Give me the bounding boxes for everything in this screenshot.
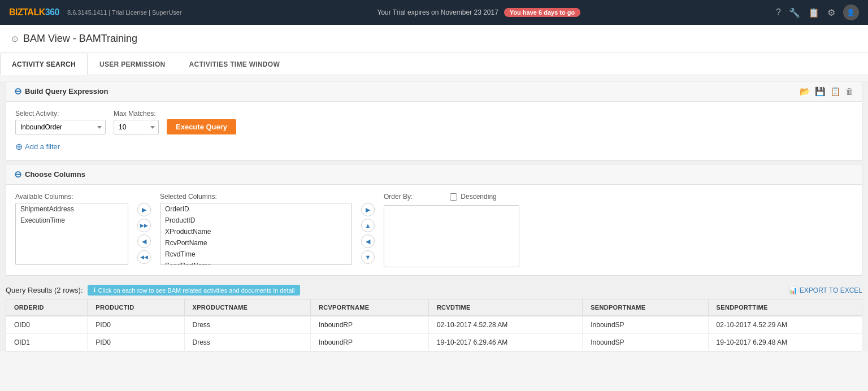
logo-biztalk: BIZTALK [9, 7, 45, 17]
choose-columns-header: ⊖ Choose Columns [6, 164, 862, 185]
version-text: 8.6.3145.1411 [67, 9, 107, 16]
excel-icon: 📊 [789, 286, 797, 294]
save-icon[interactable]: 💾 [815, 86, 826, 97]
selected-columns-section: Selected Columns: OrderID ProductID XPro… [160, 193, 352, 265]
cell-rcvportname: InboundRP [310, 316, 428, 334]
max-matches-dropdown[interactable]: 10 25 50 100 [114, 120, 159, 134]
table-row[interactable]: OID0 PID0 Dress InboundRP 02-10-2017 4.5… [6, 316, 862, 334]
col-header-rcvdtime: RCVDTIME [428, 299, 582, 316]
select-activity-dropdown[interactable]: InboundOrder OutboundOrder ShipmentOrder [15, 120, 106, 134]
content-area: ⊖ Build Query Expression 📂 💾 📋 🗑 Select … [0, 81, 868, 351]
available-columns-list[interactable]: ShipmentAddress ExecutionTime [15, 203, 128, 265]
list-item[interactable]: RcvPortName [160, 237, 351, 249]
page-title-bar: ⊙ BAM View - BAMTraining [0, 25, 868, 53]
move-right-all-button[interactable]: ▶▶ [137, 219, 151, 232]
results-header: Query Results (2 rows): ℹ Click on each … [6, 281, 862, 299]
choose-columns-body: Available Columns: ShipmentAddress Execu… [6, 185, 862, 275]
page-title: BAM View - BAMTraining [23, 33, 137, 45]
list-item[interactable]: ExecutionTime [16, 215, 128, 226]
cell-productid: PID0 [88, 334, 184, 351]
tools-icon[interactable]: 🔧 [789, 7, 800, 18]
cell-orderid: OID0 [6, 316, 88, 334]
choose-columns-title-text: Choose Columns [25, 170, 85, 179]
logo: BIZTALK360 [9, 7, 59, 18]
list-item[interactable]: XProductName [160, 226, 351, 237]
section-collapse-icon[interactable]: ⊖ [14, 86, 21, 97]
order-by-label: Order By: [384, 193, 413, 201]
order-arrows: ▶ ▲ ◀ ▼ [361, 193, 375, 264]
build-query-header: ⊖ Build Query Expression 📂 💾 📋 🗑 [6, 81, 862, 102]
execute-query-button[interactable]: Execute Query [167, 119, 236, 134]
columns-layout: Available Columns: ShipmentAddress Execu… [15, 193, 853, 267]
results-info-text: Click on each row to see BAM related act… [98, 287, 295, 294]
tab-user-permission[interactable]: USER PERMISSION [88, 54, 177, 75]
results-title: Query Results (2 rows): [6, 286, 83, 294]
tabs-bar: ACTIVITY SEARCH USER PERMISSION ACTIVITI… [0, 53, 868, 75]
help-icon[interactable]: ? [776, 7, 781, 18]
list-item[interactable]: SendPortName [160, 260, 351, 265]
copy-icon[interactable]: 📋 [830, 86, 841, 97]
selected-columns-label: Selected Columns: [160, 193, 352, 201]
table-head: ORDERID PRODUCTID XPRODUCTNAME RCVPORTNA… [6, 299, 862, 316]
open-folder-icon[interactable]: 📂 [800, 86, 810, 97]
tab-activity-search[interactable]: ACTIVITY SEARCH [0, 54, 88, 75]
move-right-button[interactable]: ▶ [137, 203, 151, 216]
cell-xproductname: Dress [184, 334, 310, 351]
col-header-sendporttime: SENDPORTTIME [708, 299, 862, 316]
col-header-rcvportname: RCVPORTNAME [310, 299, 428, 316]
query-form-row: Select Activity: InboundOrder OutboundOr… [15, 110, 853, 134]
available-columns-section: Available Columns: ShipmentAddress Execu… [15, 193, 128, 265]
trial-badge: You have 6 days to go [504, 8, 580, 17]
header-center: Your Trial expires on November 23 2017 Y… [377, 8, 581, 17]
trial-message: Your Trial expires on November 23 2017 [377, 8, 498, 16]
list-item[interactable]: ProductID [160, 215, 351, 226]
results-info: Query Results (2 rows): ℹ Click on each … [6, 285, 300, 296]
avatar[interactable]: 👤 [843, 5, 859, 20]
section-actions: 📂 💾 📋 🗑 [800, 86, 854, 97]
move-left-button[interactable]: ◀ [137, 234, 151, 248]
user-text: SuperUser [152, 9, 182, 16]
export-to-excel-link[interactable]: 📊 EXPORT TO EXCEL [789, 286, 862, 294]
results-section: Query Results (2 rows): ℹ Click on each … [6, 281, 862, 351]
descending-checkbox[interactable] [450, 193, 457, 201]
cell-rcvportname: InboundRP [310, 334, 428, 351]
col-header-productid: PRODUCTID [88, 299, 184, 316]
list-item[interactable]: ShipmentAddress [16, 203, 128, 215]
order-down-button[interactable]: ▼ [361, 250, 375, 264]
delete-icon[interactable]: 🗑 [845, 86, 854, 97]
table-header-row: ORDERID PRODUCTID XPRODUCTNAME RCVPORTNA… [6, 299, 862, 316]
order-by-section: Order By: Descending [384, 193, 519, 267]
columns-collapse-icon[interactable]: ⊖ [14, 169, 21, 180]
selected-columns-list[interactable]: OrderID ProductID XProductName RcvPortNa… [160, 203, 352, 265]
order-by-list[interactable] [384, 205, 519, 267]
list-item[interactable]: OrderID [160, 203, 351, 215]
header-left: BIZTALK360 8.6.3145.1411 | Trial License… [9, 7, 182, 18]
order-left-button[interactable]: ◀ [361, 234, 375, 248]
move-left-all-button[interactable]: ◀◀ [137, 250, 151, 264]
descending-row: Order By: Descending [384, 193, 519, 201]
settings-icon[interactable]: ⚙ [827, 7, 835, 18]
page-title-icon: ⊙ [11, 34, 19, 44]
docs-icon[interactable]: 📋 [808, 7, 819, 18]
select-activity-label: Select Activity: [15, 110, 106, 118]
table-row[interactable]: OID1 PID0 Dress InboundRP 19-10-2017 6.2… [6, 334, 862, 351]
tab-activities-time-window[interactable]: ACTIVITIES TIME WINDOW [177, 54, 292, 75]
max-matches-group: Max Matches: 10 25 50 100 [114, 110, 159, 134]
order-right-button[interactable]: ▶ [361, 203, 375, 216]
header: BIZTALK360 8.6.3145.1411 | Trial License… [0, 0, 868, 25]
cell-sendporttime: 19-10-2017 6.29.48 AM [708, 334, 862, 351]
cell-rcvdtime: 19-10-2017 6.29.46 AM [428, 334, 582, 351]
table-body: OID0 PID0 Dress InboundRP 02-10-2017 4.5… [6, 316, 862, 351]
order-up-button[interactable]: ▲ [361, 219, 375, 232]
results-table: ORDERID PRODUCTID XPRODUCTNAME RCVPORTNA… [6, 299, 862, 351]
list-item[interactable]: RcvdTime [160, 249, 351, 260]
add-filter-link[interactable]: ⊕ Add a filter [15, 141, 853, 152]
cell-sendporttime: 02-10-2017 4.52.29 AM [708, 316, 862, 334]
build-query-title-text: Build Query Expression [25, 87, 108, 95]
col-header-orderid: ORDERID [6, 299, 88, 316]
add-filter-label: Add a filter [25, 142, 60, 151]
col-header-sendportname: SENDPORTNAME [583, 299, 708, 316]
results-info-badge: ℹ Click on each row to see BAM related a… [88, 285, 301, 296]
cell-orderid: OID1 [6, 334, 88, 351]
build-query-section: ⊖ Build Query Expression 📂 💾 📋 🗑 Select … [6, 81, 862, 160]
